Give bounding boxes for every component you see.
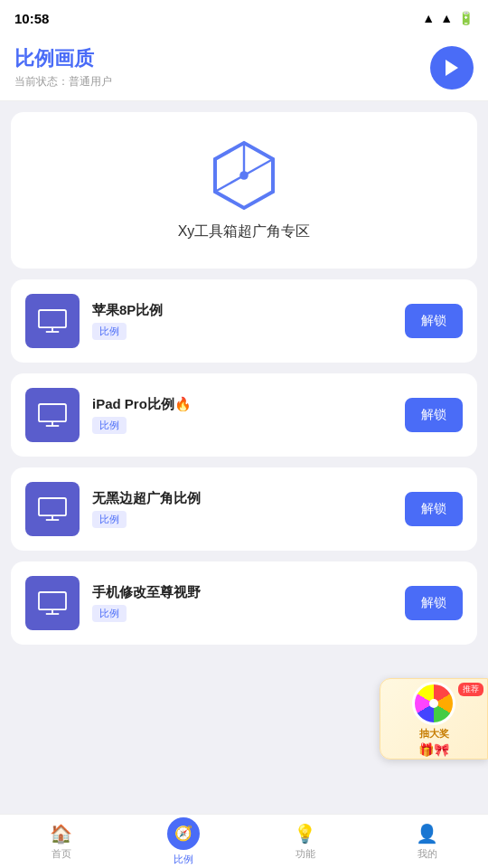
float-ad[interactable]: 推荐 抽大奖 🎁🎀	[380, 678, 488, 760]
svg-rect-15	[39, 592, 66, 609]
feature-name-1: iPad Pro比例🔥	[92, 396, 392, 413]
monitor-icon-3	[36, 587, 69, 619]
ad-sub-label: 🎁🎀	[418, 742, 449, 757]
function-icon: 💡	[294, 823, 316, 844]
monitor-icon-1	[36, 399, 69, 431]
unlock-btn-1[interactable]: 解锁	[405, 398, 463, 432]
svg-line-4	[215, 175, 244, 192]
ratio-icon-circle: 🧭	[167, 817, 200, 850]
svg-rect-12	[39, 498, 66, 515]
nav-label-function: 功能	[296, 847, 315, 861]
feature-tag-0: 比例	[92, 323, 127, 340]
header-left: 比例画质 当前状态：普通用户	[14, 45, 112, 90]
status-bar: 10:58 ▲ ▲ 🔋	[0, 0, 488, 36]
feature-name-0: 苹果8P比例	[92, 302, 392, 319]
home-icon: 🏠	[50, 823, 72, 844]
feature-thumb-2	[25, 482, 80, 536]
banner-icon	[208, 139, 280, 212]
feature-item-3: 手机修改至尊视野 比例 解锁	[11, 561, 477, 645]
nav-item-mine[interactable]: 👤 我的	[366, 817, 488, 866]
status-time: 10:58	[14, 11, 49, 26]
unlock-btn-3[interactable]: 解锁	[405, 586, 463, 620]
ad-label: 抽大奖	[419, 727, 449, 741]
play-button[interactable]	[430, 46, 474, 90]
nav-item-home[interactable]: 🏠 首页	[0, 817, 122, 866]
page-title: 比例画质	[14, 45, 112, 72]
feature-info-2: 无黑边超广角比例 比例	[92, 490, 392, 528]
feature-thumb-3	[25, 576, 80, 630]
ad-content: 抽大奖 🎁🎀	[412, 682, 455, 757]
wifi-icon: ▲	[422, 11, 435, 25]
banner-title: Xy工具箱超广角专区	[178, 222, 311, 241]
mine-icon: 👤	[416, 823, 438, 844]
feature-thumb-1	[25, 388, 80, 442]
svg-line-3	[244, 159, 273, 175]
svg-marker-0	[446, 60, 458, 76]
feature-tag-2: 比例	[92, 511, 127, 528]
feature-tag-1: 比例	[92, 417, 127, 434]
spin-wheel	[412, 682, 455, 725]
feature-item-0: 苹果8P比例 比例 解锁	[11, 279, 477, 363]
svg-rect-9	[39, 404, 66, 421]
feature-item-1: iPad Pro比例🔥 比例 解锁	[11, 373, 477, 457]
svg-point-5	[239, 171, 249, 180]
nav-item-function[interactable]: 💡 功能	[244, 817, 366, 866]
battery-icon: 🔋	[458, 11, 474, 25]
feature-thumb-0	[25, 294, 80, 348]
bottom-nav: 🏠 首页 🧭 比例 💡 功能 👤 我的	[0, 814, 488, 868]
user-status: 当前状态：普通用户	[14, 74, 112, 90]
unlock-btn-0[interactable]: 解锁	[405, 304, 463, 338]
feature-item-2: 无黑边超广角比例 比例 解锁	[11, 467, 477, 551]
ratio-icon: 🧭	[174, 825, 192, 842]
monitor-icon-2	[36, 493, 69, 525]
feature-info-1: iPad Pro比例🔥 比例	[92, 396, 392, 434]
feature-info-0: 苹果8P比例 比例	[92, 302, 392, 340]
nav-item-ratio[interactable]: 🧭 比例	[122, 812, 244, 869]
nav-label-ratio: 比例	[174, 853, 193, 866]
signal-icon: ▲	[440, 11, 453, 25]
play-icon	[441, 57, 463, 79]
svg-rect-6	[39, 310, 66, 327]
nav-label-mine: 我的	[418, 847, 437, 861]
ad-badge: 推荐	[458, 683, 483, 696]
status-icons: ▲ ▲ 🔋	[422, 11, 474, 25]
nav-label-home: 首页	[52, 847, 71, 861]
feature-name-2: 无黑边超广角比例	[92, 490, 392, 507]
feature-name-3: 手机修改至尊视野	[92, 584, 392, 601]
header: 比例画质 当前状态：普通用户	[0, 36, 488, 101]
unlock-btn-2[interactable]: 解锁	[405, 492, 463, 526]
monitor-icon-0	[36, 305, 69, 337]
feature-info-3: 手机修改至尊视野 比例	[92, 584, 392, 622]
banner-card: Xy工具箱超广角专区	[11, 112, 477, 269]
feature-tag-3: 比例	[92, 605, 127, 622]
